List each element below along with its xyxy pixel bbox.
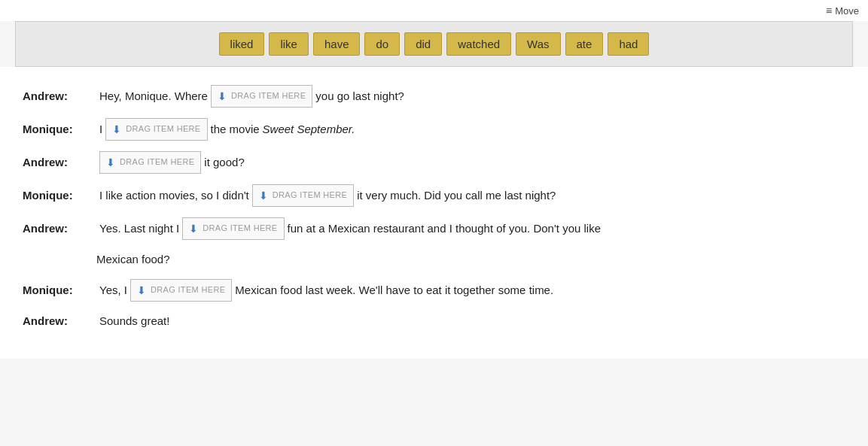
dialog-word: the movie [211,120,260,138]
drop-placeholder: DRAG ITEM HERE [231,90,306,103]
word-tile-like[interactable]: like [269,32,309,56]
word-tile-did[interactable]: did [404,32,442,56]
dialog-text-andrew-3: Yes. Last night I⬇DRAG ITEM HEREfun at a… [99,217,601,240]
dialog-text-andrew-4: Sounds great! [99,312,169,330]
word-tile-do[interactable]: do [364,32,400,56]
speaker-andrew-1: Andrew: [23,90,90,102]
word-tile-liked[interactable]: liked [219,32,265,56]
move-button[interactable]: ≡ Move [826,5,859,17]
drop-zone[interactable]: ⬇DRAG ITEM HERE [182,217,284,240]
dialog-text-monique-3: Yes, I⬇DRAG ITEM HEREMexican food last w… [99,279,553,302]
dialog-section: Andrew:Hey, Monique. Where⬇DRAG ITEM HER… [0,67,868,359]
word-tile-was[interactable]: Was [516,32,560,56]
word-tile-watched[interactable]: watched [446,32,511,56]
dialog-word: it very much. Did you call me last night… [357,187,556,205]
dialog-continuation-andrew-3: Mexican food? [96,250,845,269]
drop-icon: ⬇ [137,282,146,299]
dialog-row-andrew-4: Andrew:Sounds great! [23,312,845,330]
speaker-monique-2: Monique: [23,189,90,202]
dialog-row-monique-3: Monique:Yes, I⬇DRAG ITEM HEREMexican foo… [23,279,845,302]
dialog-word: Hey, Monique. Where [99,87,208,105]
dialog-text-monique-2: I like action movies, so I didn't⬇DRAG I… [99,184,556,207]
dialog-row-andrew-1: Andrew:Hey, Monique. Where⬇DRAG ITEM HER… [23,85,845,108]
drop-placeholder: DRAG ITEM HERE [120,156,194,169]
dialog-word: Yes. Last night I [99,220,179,238]
word-tile-ate[interactable]: ate [565,32,604,56]
move-label: Move [835,5,859,17]
dialog-word: it good? [204,153,244,171]
drop-zone[interactable]: ⬇DRAG ITEM HERE [211,85,312,108]
word-tile-had[interactable]: had [608,32,649,56]
drop-icon: ⬇ [112,121,121,138]
speaker-andrew-3: Andrew: [23,222,90,235]
dialog-word: Yes, I [99,281,127,299]
top-bar: ≡ Move [0,0,868,21]
move-icon: ≡ [826,5,832,17]
dialog-row-monique-1: Monique:I⬇DRAG ITEM HEREthe movie Sweet … [23,118,845,141]
dialog-row-andrew-3: Andrew:Yes. Last night I⬇DRAG ITEM HEREf… [23,217,845,240]
drop-icon: ⬇ [189,220,198,237]
dialog-word: Mexican food last week. We'll have to ea… [235,281,553,299]
drop-zone[interactable]: ⬇DRAG ITEM HERE [99,151,201,174]
speaker-monique-3: Monique: [23,284,90,296]
dialog-word: I [99,120,102,138]
dialog-word: I like action movies, so I didn't [99,187,249,205]
speaker-andrew-4: Andrew: [23,314,90,327]
drop-zone[interactable]: ⬇DRAG ITEM HERE [105,118,207,141]
drop-zone[interactable]: ⬇DRAG ITEM HERE [252,184,354,207]
drop-icon: ⬇ [106,154,115,171]
word-bank: likedlikehavedodidwatchedWasatehad [15,21,853,67]
dialog-row-andrew-2: Andrew:⬇DRAG ITEM HEREit good? [23,151,845,174]
dialog-text-andrew-1: Hey, Monique. Where⬇DRAG ITEM HEREyou go… [99,85,404,108]
word-tile-have[interactable]: have [313,32,361,56]
drop-placeholder: DRAG ITEM HERE [273,189,347,202]
speaker-monique-1: Monique: [23,123,90,135]
drop-icon: ⬇ [218,88,227,105]
speaker-andrew-2: Andrew: [23,156,90,168]
dialog-word: you go last night? [315,87,404,105]
drop-placeholder: DRAG ITEM HERE [126,123,200,136]
dialog-word: fun at a Mexican restaurant and I though… [288,220,601,238]
drop-placeholder: DRAG ITEM HERE [203,222,277,235]
drop-zone[interactable]: ⬇DRAG ITEM HERE [130,279,232,302]
drop-placeholder: DRAG ITEM HERE [151,284,225,297]
dialog-italic: Sweet September. [263,120,355,138]
dialog-row-monique-2: Monique:I like action movies, so I didn'… [23,184,845,207]
dialog-word: Sounds great! [99,312,169,330]
drop-icon: ⬇ [259,187,268,204]
dialog-text-andrew-2: ⬇DRAG ITEM HEREit good? [99,151,245,174]
dialog-text-monique-1: I⬇DRAG ITEM HEREthe movie Sweet Septembe… [99,118,355,141]
